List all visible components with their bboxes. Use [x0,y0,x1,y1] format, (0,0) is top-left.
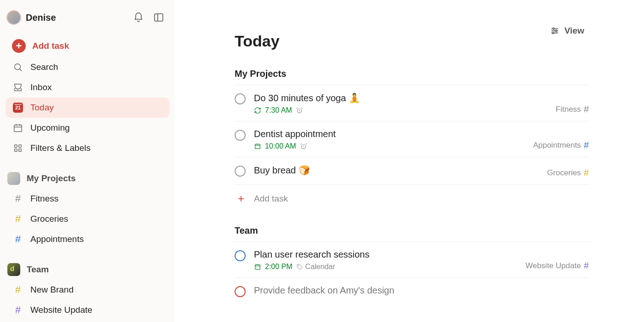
add-task-inline[interactable]: + Add task [235,184,589,213]
task-body: Dentist appointment 10:00 AM [254,129,525,150]
svg-rect-9 [19,145,22,148]
plus-icon: + [12,39,26,53]
svg-rect-23 [255,144,260,149]
hash-icon: # [584,104,589,115]
task-title: Do 30 minutes of yoga 🧘 [254,92,547,104]
nav-inbox[interactable]: Inbox [6,77,169,98]
task-body: Provide feedback on Amy's design [254,285,589,296]
nav-search[interactable]: Search [6,57,169,77]
section-team[interactable]: Team [6,249,169,280]
task-project-link[interactable]: Fitness # [556,101,589,115]
nav-upcoming[interactable]: Upcoming [6,118,169,138]
nav-label: Search [30,62,58,72]
hash-icon: # [584,260,589,271]
nav-today[interactable]: 21 Today [6,98,169,118]
plus-icon: + [236,192,247,205]
project-website-update[interactable]: # Website Update [6,300,169,320]
workspace-avatar [7,172,20,185]
project-groceries[interactable]: # Groceries [6,209,169,229]
hash-icon: # [12,213,24,225]
workspace-avatar [7,263,20,276]
grid-icon [12,142,24,154]
svg-point-2 [15,64,21,70]
hash-icon: # [12,193,24,205]
nav-filters[interactable]: Filters & Labels [6,138,169,158]
task-row[interactable]: Buy bread 🍞 Groceries # [235,157,589,184]
task-row[interactable]: Do 30 minutes of yoga 🧘 7:30 AM Fitness … [235,85,589,121]
svg-line-21 [296,108,297,109]
task-list-team: Plan user research sessions 2:00 PM Cale… [235,242,589,304]
svg-rect-0 [155,14,163,21]
task-project-label: Website Update [525,261,581,270]
task-row[interactable]: Provide feedback on Amy's design [235,277,589,304]
profile-menu[interactable]: Denise [6,10,61,25]
recurring-icon [254,107,261,114]
task-checkbox[interactable] [235,286,246,297]
view-button[interactable]: View [550,26,584,36]
task-project-link[interactable]: Appointments # [533,137,589,150]
task-checkbox[interactable] [235,93,246,104]
task-time: 2:00 PM [265,263,293,271]
project-appointments[interactable]: # Appointments [6,229,169,249]
add-task-label: Add task [254,194,288,204]
main-content: View Today My Projects Do 30 minutes of … [175,0,644,322]
svg-line-28 [300,144,301,144]
sidebar: Denise + Add task Search [0,0,175,322]
add-task-label: Add task [32,41,69,51]
inbox-icon [12,81,24,93]
project-fitness[interactable]: # Fitness [6,189,169,209]
section-title: My Projects [27,173,76,184]
task-body: Plan user research sessions 2:00 PM Cale… [254,249,517,271]
task-checkbox[interactable] [235,130,246,141]
nav-label: Upcoming [30,123,70,133]
task-meta: 7:30 AM [254,106,547,115]
alarm-icon [296,107,303,114]
today-icon: 21 [12,102,24,114]
calendar-tag: Calendar [296,263,335,271]
collapse-sidebar-icon[interactable] [153,12,165,23]
task-meta: 10:00 AM [254,142,525,150]
section-my-projects[interactable]: My Projects [6,158,169,189]
svg-line-22 [301,108,302,109]
projects-personal: # Fitness # Groceries # Appointments [6,189,169,249]
add-task-button[interactable]: + Add task [6,35,169,57]
notifications-icon[interactable] [132,12,144,23]
group-title: Team [235,225,589,241]
task-meta: 2:00 PM Calendar [254,263,517,271]
group-title: My Projects [235,69,589,84]
nav-label: Today [30,103,54,113]
hash-icon: # [12,304,24,316]
task-body: Do 30 minutes of yoga 🧘 7:30 AM [254,92,547,115]
task-project-label: Appointments [533,141,581,150]
svg-line-20 [299,111,300,111]
project-label: Groceries [30,214,68,224]
view-label: View [564,26,584,36]
page-title: Today [235,32,589,50]
task-checkbox[interactable] [235,250,246,261]
task-time: 10:00 AM [265,142,296,150]
task-time: 7:30 AM [265,106,292,115]
profile-name: Denise [26,12,56,23]
search-icon [12,61,24,73]
calendar-badge: 21 [13,103,23,113]
date-icon [254,143,261,150]
task-body: Buy bread 🍞 [254,165,539,176]
project-new-brand[interactable]: # New Brand [6,280,169,300]
alarm-icon [300,143,307,150]
task-checkbox[interactable] [235,166,246,177]
sidebar-header: Denise [6,8,169,35]
task-row[interactable]: Dentist appointment 10:00 AM Appointment… [235,121,589,157]
project-label: New Brand [30,285,74,295]
task-title: Plan user research sessions [254,249,517,260]
task-row[interactable]: Plan user research sessions 2:00 PM Cale… [235,242,589,277]
task-title: Dentist appointment [254,129,525,139]
calendar-icon [12,122,24,134]
hash-icon: # [12,233,24,245]
task-project-link[interactable]: Groceries # [547,165,589,178]
section-title: Team [27,264,49,275]
task-project-link[interactable]: Website Update # [525,258,589,271]
task-project-label: Fitness [556,105,581,114]
svg-line-27 [304,147,304,147]
avatar [6,10,21,25]
date-icon [254,263,261,270]
